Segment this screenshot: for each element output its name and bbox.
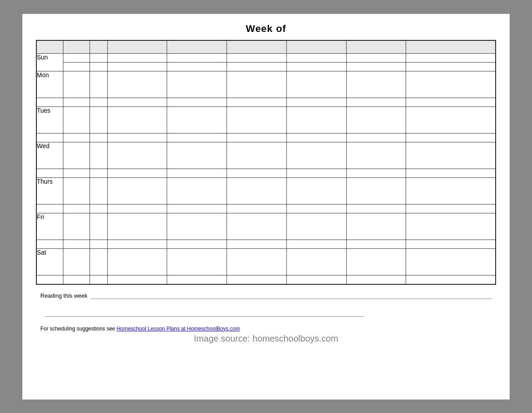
thurs-gap-c3: [227, 205, 287, 213]
fri-c1: [107, 213, 167, 240]
tues-gap-c6: [406, 134, 496, 142]
sat-sub2: [90, 249, 107, 275]
header-sub2: [90, 40, 107, 54]
wed-sub1: [63, 142, 90, 169]
thurs-gap-s2: [90, 205, 107, 213]
sat-c4: [286, 249, 346, 275]
mon-gap-c6: [406, 98, 496, 107]
footer-suggestion: For scheduling suggestions see: [40, 326, 117, 332]
thurs-gap-s1: [63, 205, 90, 213]
reading-line: Reading this week: [40, 291, 492, 299]
header-col6: [406, 40, 496, 54]
sun-c6-r1: [406, 54, 496, 63]
watermark: Image source: homeschoolboys.com: [36, 334, 496, 344]
mon-gap-c1: [107, 98, 167, 107]
wed-gap-day: [36, 169, 63, 178]
mon-c1: [107, 71, 167, 98]
thurs-sub2: [90, 178, 107, 205]
header-col5: [346, 40, 406, 54]
sat-gap-c5: [346, 275, 406, 284]
reading-underline: [91, 291, 492, 299]
footer-link[interactable]: Homeschool Lesson Plans at HomeschoolBoy…: [117, 326, 240, 332]
sat-gap-s1: [63, 275, 90, 284]
fri-sub2: [90, 213, 107, 240]
day-fri: Fri: [36, 213, 63, 240]
tues-c1: [107, 107, 167, 134]
sat-gap-s2: [90, 275, 107, 284]
header-col2: [167, 40, 227, 54]
thurs-small-row: [36, 205, 496, 213]
day-sun: Sun: [36, 54, 63, 71]
mon-sub1: [63, 71, 90, 98]
sun-small-row2: [36, 63, 496, 71]
fri-small-row: [36, 240, 496, 249]
sun-sub1-r1: [63, 54, 90, 63]
mon-c6: [406, 71, 496, 98]
wed-gap-c2: [167, 169, 227, 178]
wed-c2: [167, 142, 227, 169]
header-col4: [286, 40, 346, 54]
wed-gap-c4: [286, 169, 346, 178]
fri-gap-c5: [346, 240, 406, 249]
sat-gap-day: [36, 275, 63, 284]
mon-c5: [346, 71, 406, 98]
sun-c3-r1: [227, 54, 287, 63]
wed-sub2: [90, 142, 107, 169]
extra-line: [45, 309, 364, 317]
wed-gap-c1: [107, 169, 167, 178]
mon-gap-s2: [90, 98, 107, 107]
tues-gap-c3: [227, 134, 287, 142]
tues-big-row: Tues: [36, 107, 496, 134]
wed-gap-s2: [90, 169, 107, 178]
sat-c2: [167, 249, 227, 275]
sun-c5-r2: [346, 63, 406, 71]
fri-gap-c4: [286, 240, 346, 249]
thurs-gap-day: [36, 205, 63, 213]
sun-c1-r1: [107, 54, 167, 63]
tues-c2: [167, 107, 227, 134]
sat-big-row: Sat: [36, 249, 496, 275]
sat-gap-c2: [167, 275, 227, 284]
sat-small-row: [36, 275, 496, 284]
thurs-gap-c1: [107, 205, 167, 213]
sun-c4-r1: [286, 54, 346, 63]
wed-c4: [286, 142, 346, 169]
tues-gap-c5: [346, 134, 406, 142]
wed-gap-c5: [346, 169, 406, 178]
thurs-c1: [107, 178, 167, 205]
fri-c6: [406, 213, 496, 240]
mon-gap-day: [36, 98, 63, 107]
fri-c5: [346, 213, 406, 240]
sat-c5: [346, 249, 406, 275]
wed-c5: [346, 142, 406, 169]
sun-sub2-r1: [90, 54, 107, 63]
thurs-gap-c6: [406, 205, 496, 213]
sat-sub1: [63, 249, 90, 275]
sat-c1: [107, 249, 167, 275]
thurs-sub1: [63, 178, 90, 205]
mon-sub2: [90, 71, 107, 98]
day-sat: Sat: [36, 249, 63, 275]
fri-gap-c1: [107, 240, 167, 249]
sat-gap-c3: [227, 275, 287, 284]
thurs-gap-c5: [346, 205, 406, 213]
tues-gap-s1: [63, 134, 90, 142]
sat-c6: [406, 249, 496, 275]
sun-small-row: Sun: [36, 54, 496, 63]
tues-small-row: [36, 134, 496, 142]
thurs-gap-c4: [286, 205, 346, 213]
tues-c3: [227, 107, 287, 134]
page: Week of Sun: [22, 14, 510, 400]
mon-big-row: Mon: [36, 71, 496, 98]
thurs-gap-c2: [167, 205, 227, 213]
fri-gap-c6: [406, 240, 496, 249]
tues-gap-s2: [90, 134, 107, 142]
header-sub1: [63, 40, 90, 54]
header-col1: [107, 40, 167, 54]
mon-gap-c4: [286, 98, 346, 107]
wed-small-row: [36, 169, 496, 178]
sun-c1-r2: [107, 63, 167, 71]
mon-c4: [286, 71, 346, 98]
reading-label: Reading this week: [40, 292, 87, 299]
day-thurs: Thurs: [36, 178, 63, 205]
